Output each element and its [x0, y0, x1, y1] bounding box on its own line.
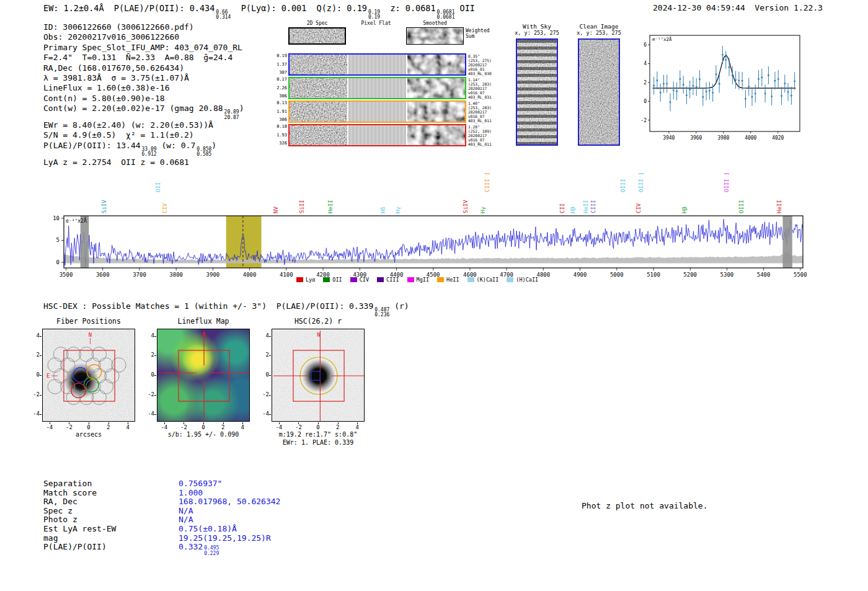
sup-sub-stack: 0.4950.229	[204, 546, 219, 556]
sky-stripes-overlay	[517, 40, 557, 144]
sub-value: 0.585	[197, 152, 211, 157]
hsc-image-ytick: 4	[255, 332, 269, 339]
col-header-2d-spec: 2D Spec	[288, 20, 346, 26]
sup-sub-stack: 0.06810.0681	[437, 10, 455, 20]
legend-label: MgII	[417, 277, 429, 283]
fiber-positions-xtickmark	[128, 422, 128, 424]
hsc-image-ytick: 2	[255, 352, 269, 358]
hsc-image-ytick: -2	[255, 391, 269, 398]
left-value: 306	[279, 118, 287, 122]
svg-text:10: 10	[53, 215, 60, 221]
line-label-H: Hβ	[681, 207, 688, 213]
line-label-CII: CII	[559, 203, 565, 213]
sup-sub-stack: 20.8920.87	[224, 110, 239, 120]
left-value: 0.13	[277, 101, 287, 105]
smoothed-image	[407, 125, 465, 145]
line-label-SiII: SiII	[299, 200, 305, 213]
sup-sub-stack: 33.096.912	[142, 147, 157, 158]
legend-label: HeII	[446, 277, 459, 283]
lineflux-map-xtick: 2	[216, 424, 231, 430]
legend-label: CIII	[386, 277, 399, 283]
left-value: 326	[279, 141, 287, 146]
fiber-positions-xtick: -4	[42, 424, 57, 430]
lineflux-map-xtickmark	[164, 422, 165, 424]
text-segment: P(Lyα): 0.001 Q(z): 0.19	[231, 3, 366, 13]
col-header-smoothed: Smoothed	[406, 20, 464, 26]
legend-swatch	[407, 277, 414, 282]
hsc-image-ytickmark	[269, 375, 271, 376]
text-segment: Cont(w) = 2.20(±0.02)e-17 (gmag 20.88	[43, 104, 223, 113]
lineflux-map-xtick: -2	[176, 424, 191, 430]
info-line-4: RA,Dec (168.017670,50.626434)	[43, 63, 244, 73]
svg-text:5000: 5000	[610, 272, 624, 278]
match-row-value: N/A	[179, 515, 193, 524]
line-fit-plot: 39403960398040004020-20246e⁻¹⁷x2Å	[623, 28, 822, 146]
hsc-image-caption: m:19.2 re:1.7" s:0.8"	[250, 431, 386, 438]
svg-text:5200: 5200	[683, 272, 697, 278]
match-row-value: 19.25(19.25,19.25)R	[179, 533, 271, 543]
svg-text:5400: 5400	[757, 272, 771, 278]
fiber-circle	[99, 380, 113, 394]
pixel-flat-image	[348, 102, 406, 122]
info-line-7: Cont(n) = 5.80(±0.90)e-18	[43, 94, 244, 104]
2d-spec-image	[290, 102, 347, 122]
with-sky-image	[516, 38, 558, 146]
legend-item: (K)CaII	[467, 277, 499, 283]
hsc-image-xtick: 0	[311, 424, 326, 430]
fiber-circle	[92, 347, 106, 362]
row-strips	[288, 124, 466, 146]
fiber-positions-xtick: 4	[120, 424, 135, 430]
left-value: 1.37	[277, 63, 287, 67]
row-right-labels: 0.35"(253, 275)20200217v016_01403_RL_030	[468, 53, 502, 76]
summary-header: EW: 1.2±0.4Å P(LAE)/P(OII): 0.4340.660.3…	[43, 3, 475, 20]
fiber-circle	[66, 347, 81, 362]
fiber-circle	[112, 358, 126, 372]
pixel-flat-image	[348, 55, 406, 74]
galaxy-core	[311, 368, 326, 383]
svg-text:5500: 5500	[794, 272, 807, 278]
2d-spec-image	[288, 27, 346, 45]
fiber-positions-ytickmark	[40, 395, 42, 396]
pixel-flat-image	[348, 125, 406, 145]
hsc-overlay: N	[272, 329, 365, 422]
fiber-positions-plot: NE	[42, 329, 135, 422]
fiber-positions-xtick: -2	[61, 424, 76, 430]
fiber-positions-ytick: 0	[26, 371, 40, 378]
spec2d-row-4: 0.101.933261.28"(252, 109)20200217v016_0…	[276, 124, 502, 146]
noise-texture	[290, 78, 347, 98]
right-label-line: (253, 275)	[468, 58, 502, 63]
hsc-image-ytickmark	[269, 414, 271, 415]
hsc-image-xtickmark	[338, 422, 339, 424]
noise-texture	[290, 29, 346, 45]
legend-swatch	[437, 277, 444, 282]
left-value: 0.19	[277, 54, 287, 58]
fiber-circle	[48, 380, 62, 394]
hsc-image-xtickmark	[318, 422, 319, 424]
noise-texture	[290, 55, 347, 74]
left-value: 1.91	[277, 110, 287, 114]
legend-label: (H)CaII	[516, 277, 538, 283]
legend-label: CIV	[360, 277, 369, 283]
lineflux-map-ytick: -2	[141, 391, 154, 398]
right-label-line: 0.35"	[468, 54, 502, 58]
text-segment: (r)	[389, 301, 409, 311]
elixer-report-page: EW: 1.2±0.4Å P(LAE)/P(OII): 0.4340.660.3…	[0, 0, 868, 591]
compass-north-label: N	[317, 332, 320, 338]
text-segment: S/N = 4.9(±0.5) χ² = 1.1(±0.2)	[43, 130, 194, 140]
svg-text:4800: 4800	[537, 272, 551, 278]
match-row-label: Match score	[43, 488, 179, 497]
text-segment: P(LAE)/P(OII): 13.44	[43, 141, 141, 150]
smoothed-image	[407, 102, 465, 122]
legend-swatch	[507, 277, 513, 282]
lineflux-map-ytick: 2	[141, 352, 154, 358]
line-label-HeII: HeII	[776, 200, 782, 213]
left-value: 307	[279, 71, 287, 75]
match-row-label: Spec z	[43, 506, 179, 515]
legend-item: (H)CaII	[507, 277, 538, 283]
match-row-value: 1.000	[179, 488, 203, 497]
lineflux-map-plot: N	[157, 329, 250, 422]
inset-frame	[650, 35, 800, 131]
row-strips	[288, 53, 466, 76]
full-spectrum-plot: 3500360037003800390040004100420043004400…	[37, 166, 831, 290]
right-label-line: 403_RL_030	[468, 71, 502, 76]
